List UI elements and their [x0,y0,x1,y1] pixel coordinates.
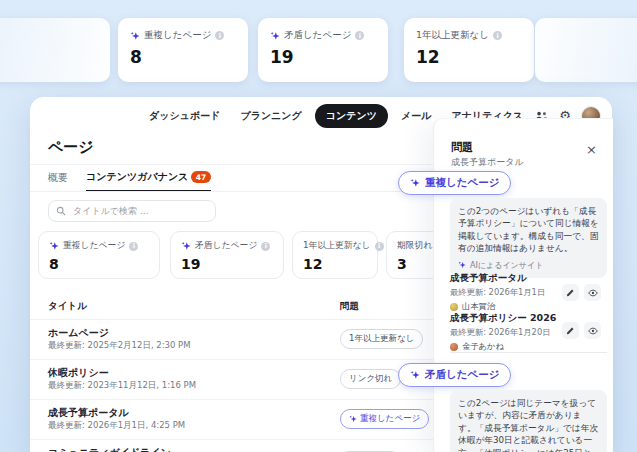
stat-label: 重複したページ [63,240,125,252]
ai-insight-label: AIによるインサイト [470,260,543,271]
badge-label: 重複したページ [360,413,420,425]
tab-content-governance[interactable]: コンテンツガバナンス 47 [86,170,211,192]
row-title: 成長予算ポータル [48,406,129,420]
stat-card-stale: 1年以上更新なし 12 [404,18,534,82]
close-icon[interactable] [586,139,600,153]
tab-overview[interactable]: 概要 [48,170,68,192]
chip-label: 重複したページ [425,176,499,190]
page-title: ページ [48,138,94,157]
row-title: ホームページ [48,326,109,340]
info-icon[interactable] [355,31,364,40]
inner-stat-contradicting: 矛盾したページ 19 [170,231,284,279]
sparkle-icon [270,31,280,41]
chip-label: 矛盾したページ [425,368,499,382]
stat-card-label: 1年以上更新なし [416,29,489,42]
stat-card-ghost-left [0,18,110,82]
info-icon[interactable] [493,31,502,40]
tab-label: コンテンツガバナンス [86,170,188,184]
sparkle-icon [349,415,357,423]
sparkle-icon [458,261,466,269]
sparkle-icon [130,31,140,41]
search-box[interactable] [48,200,216,222]
column-header-issue: 問題 [340,300,359,313]
stat-value: 19 [181,256,273,272]
stat-card-value: 19 [270,47,376,67]
search-input[interactable] [71,205,208,217]
info-icon[interactable] [375,242,384,251]
view-button[interactable] [584,322,601,339]
tab-label: 概要 [48,171,68,185]
info-icon[interactable] [261,242,270,251]
stat-label: 1年以上更新なし [303,240,371,252]
stat-card-contradicting: 矛盾したページ 19 [258,18,388,82]
app-window: 重複したページ 8 矛盾したページ 19 1年以上更新なし 12 ダッシュボード… [0,0,637,452]
chip-contradicting-pages[interactable]: 矛盾したページ [398,363,511,387]
inner-stat-duplicated: 重複したページ 8 [38,231,160,279]
sparkle-icon [49,241,59,251]
stat-card-label: 矛盾したページ [284,29,351,42]
sparkle-icon [410,370,420,380]
owner-name: 金子あかね [462,341,504,352]
edit-button[interactable] [562,322,579,339]
nav-item-mail[interactable]: メール [394,105,438,127]
sparkle-icon [181,241,191,251]
row-meta: 最終更新: 2026年1月1日, 4:25 PM [48,420,185,432]
owner-name: 山本賀治 [462,301,495,312]
stat-value: 8 [49,256,149,272]
info-icon[interactable] [215,31,224,40]
stat-card-ghost-right [535,18,637,82]
view-button[interactable] [584,284,601,301]
issue-badge: リンク切れ [340,369,401,389]
nav-item-content[interactable]: コンテンツ [315,104,388,128]
insight-text: この2つのページはいずれも「成長予算ポリシー」について同じ情報を掲載しています。… [458,206,599,253]
row-title: 休暇ポリシー [48,366,109,380]
ai-insight-box: この2ページは同じテーマを扱っていますが、内容に矛盾があります。「成長予算ポータ… [450,390,607,452]
inspector-title: 問題 [451,140,473,155]
chip-duplicated-pages[interactable]: 重複したページ [398,171,511,195]
issue-badge: 1年以上更新なし [340,329,423,349]
tab-bar: 概要 コンテンツガバナンス 47 [48,170,211,192]
insight-text: この2ページは同じテーマを扱っていますが、内容に矛盾があります。「成長予算ポータ… [458,398,598,452]
stat-label: 期限切れ [397,240,432,252]
nav-item-planning[interactable]: プランニング [233,105,308,127]
stat-label: 矛盾したページ [195,240,257,252]
search-icon [56,206,66,216]
row-title: コミュニティガイドライン [48,446,171,452]
stat-card-value: 8 [130,47,236,67]
row-meta: 最終更新: 2023年11月12日, 1:16 PM [48,380,196,392]
divider [450,352,607,353]
item-title: 成長予算ポリシー 2026 [450,312,607,325]
tab-count-badge: 47 [191,171,210,183]
stat-card-duplicated: 重複したページ 8 [118,18,248,82]
owner-avatar [450,343,458,351]
sparkle-icon [410,178,420,188]
row-meta: 最終更新: 2025年2月12日, 2:30 PM [48,340,191,352]
nav-item-dashboard[interactable]: ダッシュボード [142,105,227,127]
inner-stat-stale: 1年以上更新なし 12 [292,231,378,279]
stat-value: 12 [303,256,367,272]
item-title: 成長予算ポータル [450,272,607,285]
ai-insight-box: この2つのページはいずれも「成長予算ポリシー」について同じ情報を掲載しています。… [450,198,607,278]
edit-button[interactable] [562,284,579,301]
column-header-title: タイトル [48,300,87,313]
info-icon[interactable] [129,242,138,251]
issue-badge-duplicated: 重複したページ [340,409,429,429]
owner-avatar [450,303,458,311]
stat-card-value: 12 [416,47,522,67]
stat-card-label: 重複したページ [144,29,211,42]
inspector-subtitle: 成長予算ポータル [451,156,524,169]
